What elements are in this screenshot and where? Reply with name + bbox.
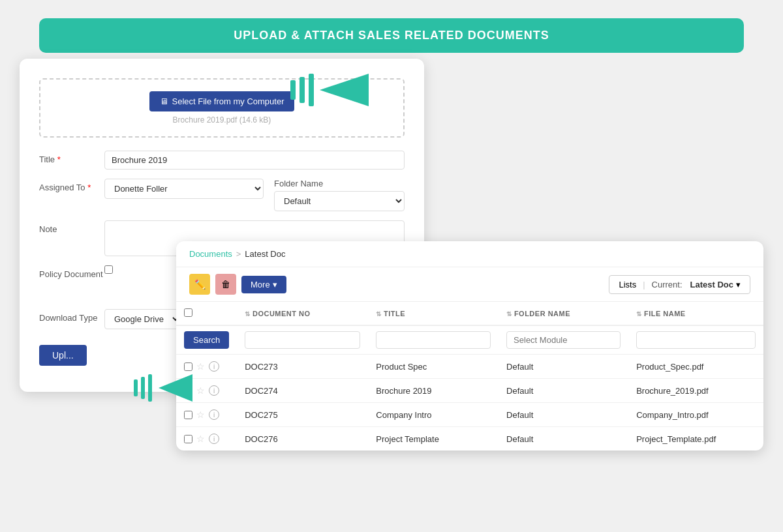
table-row: ☆ i DOC273 Product Spec Default Product_… bbox=[176, 355, 763, 379]
folder-col: Folder Name Default bbox=[274, 179, 405, 211]
file-hint: Brochure 2019.pdf (14.6 kB) bbox=[52, 115, 392, 125]
row-actions-1: ☆ i bbox=[184, 361, 229, 372]
search-button[interactable]: Search bbox=[184, 331, 229, 349]
row-actions-3: ☆ i bbox=[184, 409, 229, 420]
upload-button[interactable]: Upl... bbox=[39, 345, 87, 366]
col-docno-header[interactable]: DOCUMENT NO bbox=[237, 302, 368, 325]
search-title-cell bbox=[368, 325, 499, 355]
col-filename-header[interactable]: FILE NAME bbox=[628, 302, 763, 325]
col-foldername-header[interactable]: FOLDER NAME bbox=[499, 302, 628, 325]
svg-marker-3 bbox=[320, 74, 369, 106]
folder-label: Folder Name bbox=[274, 179, 405, 188]
more-label: More bbox=[251, 280, 270, 289]
folder-name-select[interactable]: Default bbox=[274, 191, 405, 211]
col-title-header[interactable]: TITLE bbox=[368, 302, 499, 325]
select-file-button[interactable]: 🖥 Select File from my Computer bbox=[149, 91, 295, 111]
edit-button[interactable]: ✏️ bbox=[189, 274, 210, 295]
svg-marker-7 bbox=[159, 374, 192, 402]
search-file-input[interactable] bbox=[636, 331, 756, 349]
row-checkbox-4[interactable] bbox=[184, 435, 192, 443]
trash-icon: 🗑 bbox=[221, 279, 230, 289]
toolbar-right: Lists | Current: Latest Doc ▾ bbox=[609, 275, 750, 294]
select-all-checkbox[interactable] bbox=[184, 308, 192, 317]
documents-panel: Documents > Latest Doc ✏️ 🗑 More ▾ Lists… bbox=[176, 241, 763, 451]
title-label: Title * bbox=[39, 151, 104, 164]
search-row: Search bbox=[176, 325, 763, 355]
search-docno-input[interactable] bbox=[245, 331, 360, 349]
file-2: Brochure_2019.pdf bbox=[628, 379, 763, 403]
policy-label: Policy Document bbox=[39, 265, 104, 279]
title-3: Company Intro bbox=[368, 403, 499, 427]
docno-1: DOC273 bbox=[237, 355, 368, 379]
svg-rect-6 bbox=[148, 374, 152, 402]
title-1: Product Spec bbox=[368, 355, 499, 379]
file-4: Project_Template.pdf bbox=[628, 427, 763, 451]
info-icon-2[interactable]: i bbox=[209, 385, 219, 396]
assigned-folder-group: Donette Foller Folder Name Default bbox=[104, 179, 405, 211]
select-module-input[interactable] bbox=[506, 331, 621, 349]
docno-4: DOC276 bbox=[237, 427, 368, 451]
info-icon-4[interactable]: i bbox=[209, 434, 219, 444]
row-actions-cell-3: ☆ i bbox=[176, 403, 237, 427]
search-docno-cell bbox=[237, 325, 368, 355]
info-icon-1[interactable]: i bbox=[209, 361, 219, 372]
folder-4: Default bbox=[499, 427, 628, 451]
pipe-separator: | bbox=[643, 280, 645, 289]
assigned-label: Assigned To * bbox=[39, 179, 104, 192]
star-icon-3[interactable]: ☆ bbox=[196, 409, 205, 420]
required-star: * bbox=[57, 155, 61, 164]
folder-3: Default bbox=[499, 403, 628, 427]
chevron-down-icon2: ▾ bbox=[736, 280, 741, 289]
svg-rect-2 bbox=[309, 74, 314, 106]
search-btn-cell: Search bbox=[176, 325, 237, 355]
table-row: ☆ i DOC274 Brochure 2019 Default Brochur… bbox=[176, 379, 763, 403]
breadcrumb: Documents > Latest Doc bbox=[176, 241, 763, 267]
pencil-icon: ✏️ bbox=[194, 279, 206, 289]
title-input[interactable] bbox=[104, 151, 405, 170]
assigned-to-select[interactable]: Donette Foller bbox=[104, 179, 264, 199]
file-3: Company_Intro.pdf bbox=[628, 403, 763, 427]
table-header-row: DOCUMENT NO TITLE FOLDER NAME FILE NAME bbox=[176, 302, 763, 325]
lists-label: Lists bbox=[619, 280, 636, 289]
title-4: Project Template bbox=[368, 427, 499, 451]
toolbar-left: ✏️ 🗑 More ▾ bbox=[189, 274, 286, 295]
breadcrumb-separator: > bbox=[236, 249, 241, 259]
svg-rect-4 bbox=[134, 379, 138, 396]
star-icon-4[interactable]: ☆ bbox=[196, 434, 205, 444]
info-icon-3[interactable]: i bbox=[209, 409, 219, 420]
delete-button[interactable]: 🗑 bbox=[215, 274, 236, 295]
folder-1: Default bbox=[499, 355, 628, 379]
table-row: ☆ i DOC275 Company Intro Default Company… bbox=[176, 403, 763, 427]
assigned-col: Donette Foller bbox=[104, 179, 264, 211]
file-1: Product_Spec.pdf bbox=[628, 355, 763, 379]
arrow-upload-indicator bbox=[290, 70, 375, 111]
svg-rect-0 bbox=[290, 80, 296, 100]
monitor-icon: 🖥 bbox=[160, 96, 168, 106]
download-type-select[interactable]: Google Drive bbox=[104, 309, 181, 329]
docno-2: DOC274 bbox=[237, 379, 368, 403]
search-folder-cell bbox=[499, 325, 628, 355]
svg-rect-5 bbox=[141, 377, 145, 399]
note-label: Note bbox=[39, 220, 104, 234]
svg-rect-1 bbox=[299, 77, 305, 103]
search-title-input[interactable] bbox=[376, 331, 491, 349]
more-button[interactable]: More ▾ bbox=[241, 276, 286, 293]
docno-3: DOC275 bbox=[237, 403, 368, 427]
row-checkbox-1[interactable] bbox=[184, 362, 192, 371]
row-actions-cell-4: ☆ i bbox=[176, 427, 237, 451]
star-icon-1[interactable]: ☆ bbox=[196, 361, 205, 372]
policy-checkbox[interactable] bbox=[104, 265, 113, 274]
row-actions-4: ☆ i bbox=[184, 434, 229, 444]
row-checkbox-3[interactable] bbox=[184, 411, 192, 419]
documents-table: DOCUMENT NO TITLE FOLDER NAME FILE NAME … bbox=[176, 302, 763, 451]
current-value: Latest Doc bbox=[690, 280, 733, 289]
title-row: Title * bbox=[39, 151, 405, 170]
current-label: Current: bbox=[652, 280, 683, 289]
download-type-group: Google Drive bbox=[104, 309, 181, 329]
arrow-table-indicator bbox=[134, 372, 199, 406]
breadcrumb-root-link[interactable]: Documents bbox=[189, 249, 232, 259]
col-checkbox-header bbox=[176, 302, 237, 325]
docs-toolbar: ✏️ 🗑 More ▾ Lists | Current: Latest Doc … bbox=[176, 267, 763, 302]
header-banner: UPLOAD & ATTACH SALES RELATED DOCUMENTS bbox=[39, 18, 744, 53]
lists-current-button[interactable]: Lists | Current: Latest Doc ▾ bbox=[609, 275, 750, 294]
